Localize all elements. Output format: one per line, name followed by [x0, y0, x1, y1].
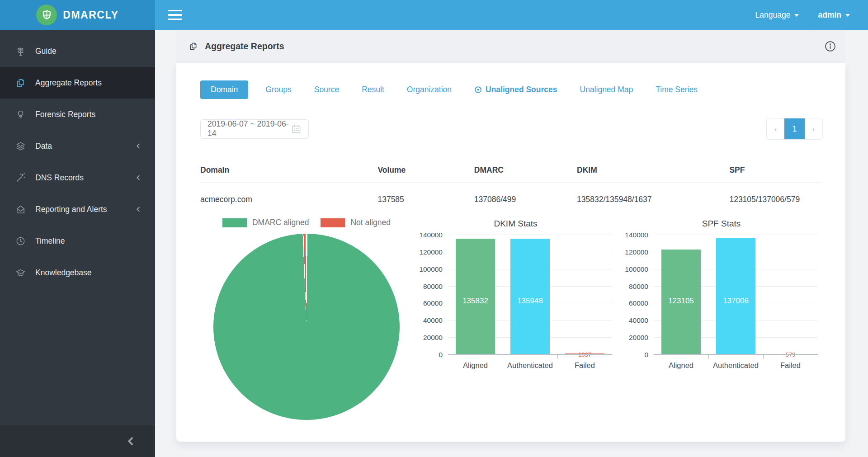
- cell-dmarc: 137086/499: [474, 195, 577, 204]
- target-icon: [474, 86, 482, 94]
- y-tick-label: 140000: [419, 231, 443, 239]
- language-dropdown[interactable]: Language: [755, 10, 799, 20]
- sidebar-item-label: Data: [35, 141, 135, 151]
- bar-value-label: 123105: [654, 297, 708, 306]
- pagination-next-button[interactable]: ›: [805, 118, 822, 139]
- tab-groups[interactable]: Groups: [260, 85, 297, 94]
- y-tick-label: 80000: [629, 283, 648, 291]
- body: Guide Aggregate Reports Forensic Reports: [0, 30, 868, 457]
- y-tick-label: 120000: [625, 248, 648, 256]
- sidebar-item-knowledgebase[interactable]: Knowledgebase: [0, 257, 155, 288]
- sidebar-collapse-button[interactable]: [0, 425, 155, 457]
- x-category-label: Failed: [763, 361, 818, 370]
- magic-wand-icon: [14, 172, 26, 184]
- signpost-icon: [14, 45, 26, 57]
- bar-slot-aligned: 123105: [654, 235, 708, 355]
- sidebar-item-guide[interactable]: Guide: [0, 35, 155, 67]
- sidebar-item-dns-records[interactable]: DNS Records: [0, 162, 155, 193]
- bar-slot-failed: 579: [763, 235, 818, 355]
- bars: 1358321359481637: [448, 235, 612, 355]
- topbar-menu: Language admin: [755, 10, 850, 20]
- pagination-prev-button[interactable]: ‹: [767, 118, 784, 139]
- bar-value-label: 135832: [448, 297, 503, 306]
- plot-area: 123105137006579: [654, 235, 818, 355]
- date-range-value: 2019-06-07 ~ 2019-06-14: [208, 119, 291, 138]
- x-axis-line: [448, 354, 612, 355]
- spf-stats-chart: SPF Stats 140000120000100000800006000040…: [618, 219, 824, 370]
- tab-unaligned-map[interactable]: Unaligned Map: [575, 85, 639, 94]
- sidebar-item-label: Timeline: [35, 236, 142, 246]
- table-row[interactable]: acmecorp.com 137585 137086/499 135832/13…: [200, 183, 823, 213]
- legend-swatch-aligned: [222, 218, 247, 227]
- column-header-dkim: DKIM: [577, 165, 729, 175]
- cell-volume: 137585: [377, 195, 474, 204]
- cell-dkim: 135832/135948/1637: [577, 195, 729, 204]
- chevron-left-icon: [135, 143, 142, 149]
- bar-slot-authenticated: 137006: [708, 235, 763, 355]
- cell-domain: acmecorp.com: [200, 195, 377, 204]
- chevron-left-icon: [135, 174, 142, 181]
- legend-swatch-not-aligned: [321, 218, 345, 227]
- sidebar-item-timeline[interactable]: Timeline: [0, 225, 155, 257]
- pie: [213, 234, 400, 420]
- x-axis: AlignedAuthenticatedFailed: [448, 361, 612, 370]
- legend-entry-aligned: DMARC aligned: [222, 218, 309, 227]
- tab-result[interactable]: Result: [356, 85, 390, 94]
- y-tick-label: 40000: [423, 316, 443, 325]
- sidebar-item-reporting-and-alerts[interactable]: Reporting and Alerts: [0, 193, 155, 225]
- y-tick-label: 120000: [419, 248, 443, 256]
- tab-domain[interactable]: Domain: [200, 80, 248, 99]
- charts-row: DMARC aligned Not aligned DKIM Stats: [200, 215, 823, 420]
- calendar-icon: [291, 124, 302, 134]
- info-icon: [824, 40, 836, 52]
- bar-slot-failed: 1637: [557, 235, 612, 355]
- column-header-domain: Domain: [200, 165, 377, 175]
- x-category-label: Aligned: [654, 361, 708, 370]
- tab-organization[interactable]: Organization: [401, 85, 457, 94]
- sidebar-item-forensic-reports[interactable]: Forensic Reports: [0, 99, 155, 130]
- filter-row: 2019-06-07 ~ 2019-06-14 ‹ 1 ›: [200, 118, 823, 140]
- page-header: Aggregate Reports: [176, 30, 845, 63]
- page-title-group: Aggregate Reports: [176, 41, 284, 52]
- tab-unaligned-sources[interactable]: Unaligned Sources: [469, 85, 563, 94]
- legend-entry-not-aligned: Not aligned: [321, 218, 391, 227]
- dkim-stats-chart: DKIM Stats 14000012000010000080000600004…: [413, 219, 618, 370]
- lightbulb-icon: [14, 108, 26, 120]
- sidebar-item-aggregate-reports[interactable]: Aggregate Reports: [0, 67, 155, 99]
- chevron-down-icon: [794, 14, 799, 17]
- info-button[interactable]: [815, 30, 845, 63]
- sidebar-item-label: Aggregate Reports: [35, 78, 142, 88]
- bar-value-label: 137006: [708, 297, 763, 306]
- x-category-label: Authenticated: [708, 361, 763, 370]
- sidebar-item-label: Knowledgebase: [35, 268, 142, 278]
- sidebar-item-label: Guide: [35, 47, 142, 56]
- sidebar-item-label: Reporting and Alerts: [35, 205, 135, 214]
- topbar-main: Language admin: [155, 0, 868, 30]
- y-tick-label: 60000: [629, 299, 648, 307]
- bar-slot-aligned: 135832: [448, 235, 503, 355]
- cell-spf: 123105/137006/579: [729, 195, 823, 204]
- tab-source[interactable]: Source: [309, 85, 344, 94]
- user-dropdown[interactable]: admin: [818, 10, 850, 20]
- bar-value-label: 135948: [503, 297, 557, 306]
- tab-time-series[interactable]: Time Series: [650, 85, 703, 94]
- y-tick-label: 100000: [625, 265, 648, 273]
- y-tick-label: 20000: [629, 334, 648, 342]
- hamburger-icon[interactable]: [168, 9, 184, 21]
- collapse-chevron-icon: [126, 437, 135, 446]
- main-content: Aggregate Reports Domain Groups Source R…: [155, 30, 868, 457]
- date-range-picker[interactable]: 2019-06-07 ~ 2019-06-14: [200, 119, 309, 139]
- column-header-dmarc: DMARC: [474, 165, 577, 175]
- pagination-page-1[interactable]: 1: [784, 118, 805, 139]
- bar-slot-authenticated: 135948: [503, 235, 557, 355]
- documents-icon: [14, 77, 26, 89]
- y-tick-label: 140000: [625, 231, 648, 239]
- plot-area: 1358321359481637: [448, 235, 612, 355]
- report-tabs: Domain Groups Source Result Organization…: [200, 80, 823, 99]
- sidebar-nav: Guide Aggregate Reports Forensic Reports: [0, 30, 155, 288]
- y-axis: 140000120000100000800006000040000200000: [413, 235, 448, 355]
- shield-logo-icon: [36, 5, 57, 25]
- y-tick-label: 40000: [629, 316, 648, 325]
- sidebar-item-data[interactable]: Data: [0, 130, 155, 162]
- pie-legend: DMARC aligned Not aligned: [200, 218, 413, 227]
